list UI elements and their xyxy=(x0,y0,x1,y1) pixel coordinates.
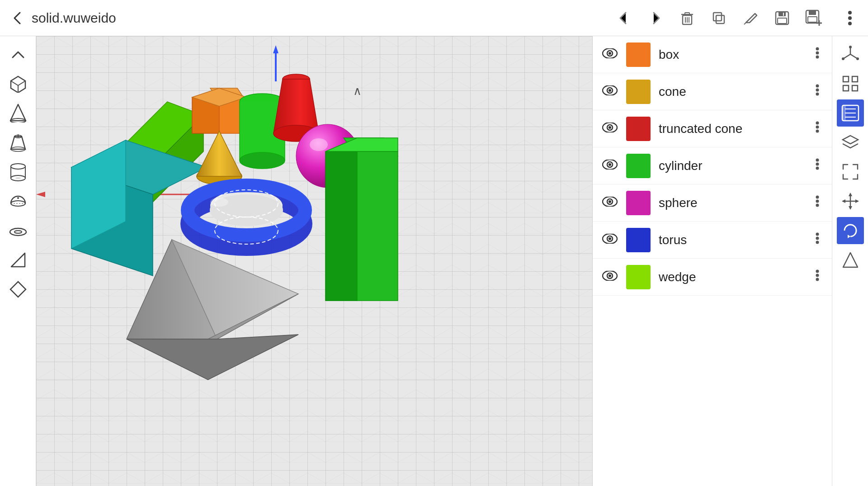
svg-point-143 xyxy=(816,163,819,166)
nav-forward-button[interactable] xyxy=(644,7,667,29)
svg-rect-2 xyxy=(685,13,689,14)
svg-point-142 xyxy=(816,159,819,162)
zoom-fit-button[interactable] xyxy=(837,70,864,97)
svg-point-135 xyxy=(609,126,611,129)
svg-point-131 xyxy=(816,89,819,92)
svg-point-91 xyxy=(240,152,285,169)
panel-item-truncated-cone[interactable]: truncated cone xyxy=(593,110,832,147)
svg-marker-64 xyxy=(848,235,850,238)
svg-rect-14 xyxy=(809,10,816,15)
rotate-button[interactable] xyxy=(837,217,864,244)
header-center xyxy=(599,7,839,29)
item-label-sphere: sphere xyxy=(659,196,804,210)
panel-item-cylinder[interactable]: cylinder xyxy=(593,147,832,184)
eye-icon-cone[interactable] xyxy=(602,85,618,98)
more-button-torus[interactable] xyxy=(812,231,823,248)
svg-point-29 xyxy=(11,164,25,169)
panel-item-wedge[interactable]: wedge xyxy=(593,259,832,296)
left-sidebar xyxy=(0,36,36,486)
eye-icon-sphere[interactable] xyxy=(602,197,618,209)
svg-marker-41 xyxy=(10,282,26,297)
expand-button[interactable] xyxy=(837,158,864,185)
svg-point-161 xyxy=(816,274,819,277)
svg-point-96 xyxy=(310,138,328,151)
svg-marker-98 xyxy=(326,151,357,301)
save-plus-button[interactable] xyxy=(802,7,825,29)
panel-item-box[interactable]: box xyxy=(593,36,832,73)
add-diamond-button[interactable] xyxy=(5,276,32,303)
svg-rect-56 xyxy=(842,105,846,121)
svg-rect-48 xyxy=(843,76,849,82)
panel-item-sphere[interactable]: sphere xyxy=(593,184,832,222)
svg-point-37 xyxy=(17,197,19,199)
svg-point-156 xyxy=(816,241,819,244)
more-button-truncated-cone[interactable] xyxy=(812,120,823,137)
svg-point-149 xyxy=(816,200,819,203)
layers-button[interactable] xyxy=(837,129,864,156)
svg-point-34 xyxy=(15,177,21,179)
add-cylinder-button[interactable] xyxy=(5,158,32,185)
add-wedge-button[interactable] xyxy=(5,246,32,274)
item-label-cylinder: cylinder xyxy=(659,159,804,173)
svg-point-162 xyxy=(816,278,819,281)
edit-button[interactable] xyxy=(739,7,762,29)
svg-point-144 xyxy=(816,167,819,170)
panel-items-list: box cone xyxy=(593,36,832,296)
more-button-wedge[interactable] xyxy=(812,269,823,285)
item-label-wedge: wedge xyxy=(659,270,804,284)
add-torus-button[interactable] xyxy=(5,217,32,244)
panel-item-cone[interactable]: cone xyxy=(593,73,832,110)
svg-marker-60 xyxy=(849,193,852,196)
color-swatch-truncated-cone xyxy=(626,117,651,141)
header-left: solid.wuweido xyxy=(0,9,599,27)
eye-icon-truncated-cone[interactable] xyxy=(602,123,618,135)
svg-point-141 xyxy=(609,163,611,166)
more-options-button[interactable] xyxy=(839,7,861,29)
svg-point-129 xyxy=(609,89,611,92)
back-button[interactable] xyxy=(9,9,27,27)
more-button-sphere[interactable] xyxy=(812,194,823,211)
header-right xyxy=(839,7,868,29)
svg-rect-6 xyxy=(716,15,724,24)
add-box-button[interactable] xyxy=(5,70,32,97)
eye-icon-cylinder[interactable] xyxy=(602,160,618,172)
svg-point-155 xyxy=(816,237,819,240)
svg-point-47 xyxy=(842,57,844,60)
more-button-box[interactable] xyxy=(812,46,823,63)
add-truncated-cone-button[interactable] xyxy=(5,129,32,156)
more-button-cylinder[interactable] xyxy=(812,157,823,174)
eye-icon-wedge[interactable] xyxy=(602,271,618,283)
nav-back-button[interactable] xyxy=(613,7,635,29)
properties-panel-button[interactable] xyxy=(837,99,864,127)
svg-point-132 xyxy=(816,93,819,96)
eye-icon-box[interactable] xyxy=(602,48,618,61)
add-sphere-button[interactable] xyxy=(5,188,32,215)
svg-text:∧: ∧ xyxy=(353,84,362,98)
svg-rect-51 xyxy=(852,85,858,91)
svg-line-8 xyxy=(744,23,746,24)
more-button-cone[interactable] xyxy=(812,83,823,100)
collapse-sidebar-button[interactable] xyxy=(5,41,32,68)
item-label-truncated-cone: truncated cone xyxy=(659,122,804,136)
transform-button[interactable] xyxy=(837,246,864,274)
svg-point-150 xyxy=(816,204,819,207)
duplicate-button[interactable] xyxy=(708,7,730,29)
svg-point-18 xyxy=(848,11,852,14)
svg-point-105 xyxy=(210,198,228,207)
svg-point-148 xyxy=(816,196,819,199)
svg-marker-65 xyxy=(843,253,858,267)
panel: box cone xyxy=(592,0,832,486)
color-swatch-cylinder xyxy=(626,154,651,178)
item-label-torus: torus xyxy=(659,233,804,247)
svg-point-39 xyxy=(14,231,22,233)
add-cone-button[interactable] xyxy=(5,99,32,127)
svg-rect-49 xyxy=(852,76,858,82)
panel-item-torus[interactable]: torus xyxy=(593,222,832,259)
axis-view-button[interactable] xyxy=(837,41,864,68)
svg-rect-11 xyxy=(778,18,787,24)
move-button[interactable] xyxy=(837,188,864,215)
delete-button[interactable] xyxy=(676,7,698,29)
save-button[interactable] xyxy=(771,7,793,29)
eye-icon-torus[interactable] xyxy=(602,234,618,246)
svg-point-138 xyxy=(816,130,819,133)
